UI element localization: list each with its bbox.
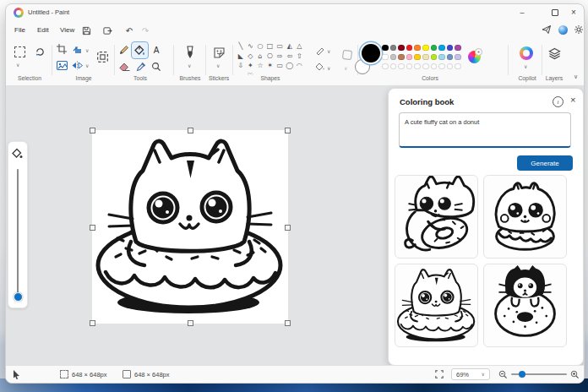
color-swatch[interactable] — [447, 45, 454, 52]
brushes-chevron[interactable]: ∨ — [188, 63, 191, 68]
color-swatch-empty[interactable] — [455, 63, 461, 70]
close-button[interactable]: × — [566, 6, 581, 19]
shape-fill-icon[interactable] — [313, 60, 327, 74]
crop-icon[interactable] — [55, 42, 68, 56]
selection-handle-top-left[interactable] — [90, 128, 95, 133]
shape-cell[interactable]: ○ — [255, 41, 265, 52]
text-tool-icon[interactable]: A — [150, 43, 163, 57]
color-swatch-empty[interactable] — [414, 63, 421, 70]
size-slider-track[interactable] — [17, 169, 19, 296]
color-swatch[interactable] — [398, 45, 405, 52]
color-swatch[interactable] — [438, 45, 445, 52]
menu-file[interactable]: File — [11, 24, 29, 35]
shape-cell[interactable]: ▭ — [275, 61, 285, 71]
color-swatch[interactable] — [390, 54, 397, 61]
shape-cell[interactable]: ◣ — [236, 52, 246, 62]
canvas[interactable] — [92, 130, 288, 324]
size-slider-thumb[interactable] — [14, 292, 23, 302]
color-swatch[interactable] — [431, 54, 438, 61]
save-as-icon[interactable] — [101, 24, 113, 36]
generate-button[interactable]: Generate — [517, 155, 573, 171]
color-swatch[interactable] — [406, 54, 413, 61]
color-swatch-empty[interactable] — [398, 63, 405, 70]
copilot-chevron[interactable]: ∨ — [524, 63, 527, 69]
rectangle-select-icon[interactable] — [13, 45, 26, 58]
selection-handle-top-center[interactable] — [188, 128, 193, 133]
color-swatch[interactable] — [455, 54, 461, 61]
shape-fill-chevron[interactable]: ∨ — [327, 65, 330, 71]
redo-icon[interactable]: ↷ — [139, 24, 151, 36]
stickers-chevron[interactable]: ∨ — [216, 63, 220, 68]
shape-cell[interactable]: ⌂ — [255, 52, 265, 62]
color-swatch-empty[interactable] — [390, 63, 397, 70]
panel-close-icon[interactable]: × — [570, 95, 575, 105]
shape-size-icon[interactable] — [339, 46, 356, 63]
eyedropper-tool-icon[interactable] — [134, 60, 148, 74]
color-swatch[interactable] — [438, 54, 445, 61]
shape-cell[interactable]: ▭ — [275, 41, 285, 52]
zoom-out-icon[interactable] — [498, 366, 508, 383]
color-swatch[interactable] — [398, 54, 405, 61]
color-swatch[interactable] — [447, 54, 454, 61]
shape-cell[interactable]: ✶ — [265, 61, 275, 71]
share-icon[interactable] — [541, 24, 553, 35]
shapes-grid[interactable]: ╲∿○□▭◭△◣◇⌂⎔⇨⇦⇧⇩✦☆✶▭◯◠◡♡ — [236, 41, 305, 75]
generated-thumbnail-3[interactable] — [395, 264, 478, 347]
shape-cell[interactable]: ◯ — [285, 61, 295, 71]
save-icon[interactable] — [80, 24, 92, 36]
flip-chevron[interactable]: ∨ — [85, 63, 89, 68]
shape-cell[interactable]: ⇧ — [295, 52, 305, 62]
prompt-input[interactable]: A cute fluffy cat on a donut — [399, 112, 571, 148]
color-swatch-empty[interactable] — [447, 63, 454, 70]
stickers-gallery-icon[interactable] — [55, 58, 68, 72]
info-icon[interactable]: i — [553, 96, 564, 107]
selection-handle-middle-left[interactable] — [90, 225, 95, 231]
ribbon-collapse-chevron[interactable]: ∨ — [574, 74, 578, 80]
color-swatch-empty[interactable] — [382, 63, 389, 70]
shape-cell[interactable]: ◭ — [285, 41, 295, 52]
color-swatch[interactable] — [406, 45, 413, 52]
shape-cell[interactable]: ⇨ — [275, 52, 285, 62]
edit-colors-icon[interactable] — [468, 51, 481, 63]
zoom-level-select[interactable]: 69% ∨ — [451, 368, 490, 380]
generated-thumbnail-2[interactable] — [483, 175, 567, 259]
selection-handle-top-right[interactable] — [285, 128, 291, 133]
foreground-color-well[interactable] — [362, 44, 380, 63]
shape-cell[interactable]: ✦ — [246, 61, 256, 71]
color-swatch[interactable] — [414, 45, 421, 52]
selection-handle-bottom-left[interactable] — [90, 320, 95, 326]
free-rotate-icon[interactable] — [33, 45, 46, 58]
shape-size-chevron[interactable]: ∨ — [344, 65, 347, 71]
pencil-tool-icon[interactable] — [117, 43, 131, 57]
color-swatch[interactable] — [382, 54, 389, 61]
color-swatch-empty[interactable] — [406, 63, 413, 70]
shape-cell[interactable]: ◇ — [246, 52, 256, 62]
fill-tool-icon[interactable] — [133, 43, 146, 57]
selection-handle-bottom-center[interactable] — [188, 320, 193, 326]
color-swatch[interactable] — [422, 45, 429, 52]
selection-dropdown-chevron[interactable]: ∨ — [16, 62, 19, 68]
shape-cell[interactable]: ⎔ — [265, 52, 275, 62]
color-swatch[interactable] — [382, 45, 389, 52]
shape-cell[interactable]: △ — [295, 41, 305, 52]
magnifier-tool-icon[interactable] — [150, 60, 163, 74]
zoom-in-icon[interactable] — [570, 366, 580, 383]
color-swatch[interactable] — [414, 54, 421, 61]
shape-cell[interactable]: ♡ — [246, 71, 256, 76]
color-swatch[interactable] — [455, 45, 461, 52]
menu-edit[interactable]: Edit — [34, 24, 52, 35]
resize-icon[interactable] — [70, 42, 84, 56]
shape-cell[interactable]: □ — [265, 41, 275, 52]
shape-outline-chevron[interactable]: ∨ — [327, 48, 330, 54]
flip-icon[interactable] — [70, 58, 84, 72]
copilot-icon[interactable] — [520, 46, 533, 60]
minimize-button[interactable]: – — [514, 6, 530, 19]
account-icon[interactable] — [557, 24, 569, 35]
shape-cell[interactable]: ◠ — [295, 61, 305, 71]
resize-chevron[interactable]: ∨ — [85, 47, 89, 53]
color-swatch[interactable] — [422, 54, 429, 61]
stickers-icon[interactable] — [211, 45, 226, 60]
shape-cell[interactable]: ⇩ — [236, 61, 246, 71]
image-options-icon[interactable] — [94, 48, 111, 65]
maximize-button[interactable] — [547, 6, 563, 19]
